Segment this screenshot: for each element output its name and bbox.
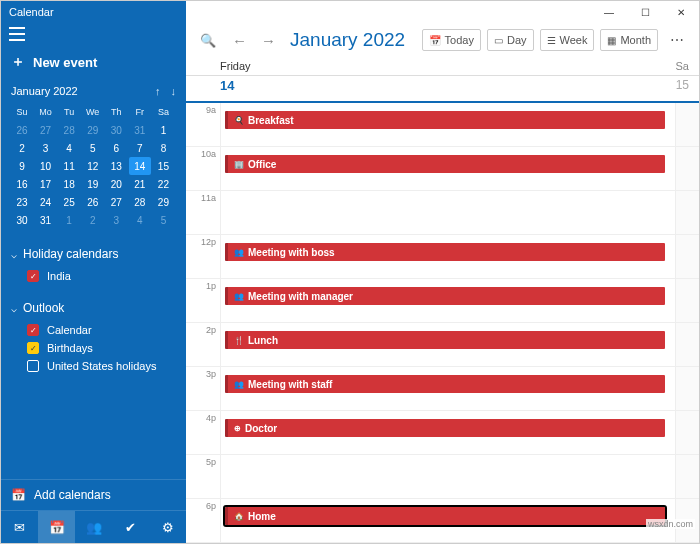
mini-day[interactable]: 27 [105, 193, 127, 211]
event[interactable]: 🍴Lunch [225, 331, 665, 349]
saturday-cell[interactable] [675, 147, 699, 190]
mini-day[interactable]: 17 [35, 175, 57, 193]
mini-day[interactable]: 16 [11, 175, 33, 193]
day-view-button[interactable]: ▭Day [487, 29, 534, 51]
hour-row[interactable]: 3p👥Meeting with staff [186, 367, 699, 411]
saturday-cell[interactable] [675, 279, 699, 322]
mini-day[interactable]: 1 [152, 121, 174, 139]
mini-day[interactable]: 30 [11, 211, 33, 229]
mini-day[interactable]: 28 [129, 193, 151, 211]
nav-settings-icon[interactable]: ⚙ [149, 511, 186, 543]
add-calendars-button[interactable]: 📅 Add calendars [1, 479, 186, 510]
mini-day[interactable]: 4 [129, 211, 151, 229]
more-icon[interactable]: ⋯ [664, 32, 691, 48]
hour-cell[interactable] [220, 191, 675, 234]
hour-cell[interactable]: 🍳Breakfast [220, 103, 675, 146]
hour-row[interactable]: 12p👥Meeting with boss [186, 235, 699, 279]
mini-day[interactable]: 3 [105, 211, 127, 229]
saturday-cell[interactable] [675, 411, 699, 454]
date-15[interactable]: 15 [665, 78, 689, 93]
event[interactable]: 👥Meeting with boss [225, 243, 665, 261]
mini-day[interactable]: 9 [11, 157, 33, 175]
event[interactable]: 🏢Office [225, 155, 665, 173]
hour-cell[interactable]: 👥Meeting with staff [220, 367, 675, 410]
mini-day[interactable]: 2 [11, 139, 33, 157]
saturday-cell[interactable] [675, 455, 699, 498]
hour-cell[interactable]: 🏢Office [220, 147, 675, 190]
mini-day[interactable]: 22 [152, 175, 174, 193]
mini-day[interactable]: 3 [35, 139, 57, 157]
mini-day[interactable]: 20 [105, 175, 127, 193]
mini-day[interactable]: 11 [58, 157, 80, 175]
hour-cell[interactable]: 🏠Home [220, 499, 675, 542]
saturday-cell[interactable] [675, 323, 699, 366]
section-holiday-header[interactable]: ⌵ Holiday calendars [11, 247, 176, 261]
saturday-cell[interactable] [675, 367, 699, 410]
mini-day[interactable]: 28 [58, 121, 80, 139]
nav-todo-icon[interactable]: ✔ [112, 511, 149, 543]
checkbox[interactable]: ✓ [27, 342, 39, 354]
mini-day[interactable]: 27 [35, 121, 57, 139]
month-view-button[interactable]: ▦Month [600, 29, 658, 51]
calendar-item[interactable]: United States holidays [11, 357, 176, 375]
hour-row[interactable]: 1p👥Meeting with manager [186, 279, 699, 323]
search-icon[interactable]: 🔍 [194, 33, 222, 48]
mini-day[interactable]: 29 [82, 121, 104, 139]
event[interactable]: 👥Meeting with staff [225, 375, 665, 393]
mini-day[interactable]: 6 [105, 139, 127, 157]
today-button[interactable]: 📅Today [422, 29, 481, 51]
nav-people-icon[interactable]: 👥 [75, 511, 112, 543]
month-title[interactable]: January 2022 [290, 29, 405, 51]
mini-day[interactable]: 14 [129, 157, 151, 175]
minimize-button[interactable]: — [591, 1, 627, 23]
mini-day[interactable]: 31 [129, 121, 151, 139]
event[interactable]: 👥Meeting with manager [225, 287, 665, 305]
mini-day[interactable]: 31 [35, 211, 57, 229]
mini-prev-icon[interactable]: ↑ [155, 85, 161, 97]
calendar-item[interactable]: ✓India [11, 267, 176, 285]
date-14[interactable]: 14 [220, 78, 665, 93]
hour-grid[interactable]: 9a🍳Breakfast10a🏢Office11a12p👥Meeting wit… [186, 103, 699, 543]
mini-day[interactable]: 2 [82, 211, 104, 229]
mini-day[interactable]: 1 [58, 211, 80, 229]
nav-calendar-icon[interactable]: 📅 [38, 511, 75, 543]
mini-day[interactable]: 26 [11, 121, 33, 139]
hamburger-icon[interactable] [9, 27, 25, 41]
hour-cell[interactable]: ⊕Doctor [220, 411, 675, 454]
section-outlook-header[interactable]: ⌵ Outlook [11, 301, 176, 315]
checkbox[interactable]: ✓ [27, 270, 39, 282]
mini-day[interactable]: 26 [82, 193, 104, 211]
mini-day[interactable]: 7 [129, 139, 151, 157]
hour-cell[interactable]: 👥Meeting with manager [220, 279, 675, 322]
next-arrow-icon[interactable]: → [257, 32, 280, 49]
checkbox[interactable]: ✓ [27, 324, 39, 336]
hour-row[interactable]: 9a🍳Breakfast [186, 103, 699, 147]
mini-day[interactable]: 25 [58, 193, 80, 211]
week-view-button[interactable]: ☰Week [540, 29, 595, 51]
hour-row[interactable]: 11a [186, 191, 699, 235]
event[interactable]: 🍳Breakfast [225, 111, 665, 129]
maximize-button[interactable]: ☐ [627, 1, 663, 23]
mini-month-label[interactable]: January 2022 [11, 85, 78, 97]
hour-row[interactable]: 4p⊕Doctor [186, 411, 699, 455]
mini-next-icon[interactable]: ↓ [171, 85, 177, 97]
mini-day[interactable]: 15 [152, 157, 174, 175]
mini-day[interactable]: 19 [82, 175, 104, 193]
new-event-button[interactable]: ＋ New event [1, 43, 186, 81]
mini-day[interactable]: 18 [58, 175, 80, 193]
close-button[interactable]: ✕ [663, 1, 699, 23]
event[interactable]: ⊕Doctor [225, 419, 665, 437]
mini-day[interactable]: 8 [152, 139, 174, 157]
hour-cell[interactable]: 🍴Lunch [220, 323, 675, 366]
mini-day[interactable]: 29 [152, 193, 174, 211]
mini-day[interactable]: 4 [58, 139, 80, 157]
mini-day[interactable]: 23 [11, 193, 33, 211]
checkbox[interactable] [27, 360, 39, 372]
hour-row[interactable]: 5p [186, 455, 699, 499]
mini-day[interactable]: 30 [105, 121, 127, 139]
mini-day[interactable]: 24 [35, 193, 57, 211]
hour-row[interactable]: 2p🍴Lunch [186, 323, 699, 367]
mini-day[interactable]: 5 [152, 211, 174, 229]
prev-arrow-icon[interactable]: ← [228, 32, 251, 49]
hour-row[interactable]: 10a🏢Office [186, 147, 699, 191]
